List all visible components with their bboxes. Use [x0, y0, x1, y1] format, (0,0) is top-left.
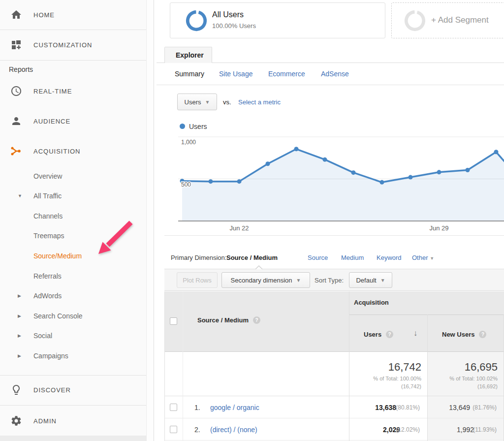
sidebar-item-discover[interactable]: DISCOVER — [0, 381, 146, 398]
sidebar-item-label: HOME — [33, 11, 55, 19]
sidebar-item-realtime[interactable]: REAL-TIME — [0, 83, 146, 99]
caret-down-icon: ▼ — [205, 99, 210, 105]
secondary-dimension-dropdown[interactable]: Secondary dimension ▼ — [221, 272, 310, 288]
sidebar-item-home[interactable]: HOME — [0, 6, 146, 23]
totals-new-users: 16,695 — [465, 361, 498, 374]
primary-dimension-active[interactable]: Source / Medium — [226, 254, 278, 261]
sidebar-item-all-traffic[interactable]: ▼ All Traffic — [0, 190, 146, 202]
legend-label: Users — [189, 123, 207, 130]
table-row: 2. (direct) / (none) 2,029 (12.02%) 1,99… — [165, 418, 504, 441]
person-icon — [10, 115, 22, 127]
sidebar-item-overview[interactable]: Overview — [0, 170, 146, 182]
sidebar-item-label: DISCOVER — [33, 386, 71, 394]
vs-label: vs. — [223, 98, 231, 106]
select-all-checkbox[interactable] — [170, 317, 177, 325]
row-checkbox[interactable] — [170, 426, 177, 433]
divider — [157, 85, 504, 85]
subtab-ecommerce[interactable]: Ecommerce — [268, 70, 305, 78]
analytics-screen: HOME CUSTOMIZATION Reports REAL-TIME AUD… — [0, 0, 504, 441]
sidebar-item-admin[interactable]: ADMIN — [0, 412, 146, 429]
segment-donut-icon — [185, 9, 208, 32]
sidebar-item-label: REAL-TIME — [33, 88, 72, 95]
reports-section-label: Reports — [9, 65, 33, 73]
sidebar-item-search-console[interactable]: ▶ Search Console — [0, 310, 146, 322]
subtab-adsense[interactable]: AdSense — [321, 70, 349, 78]
sidebar-item-social[interactable]: ▶ Social — [0, 330, 146, 342]
caret-right-icon: ▶ — [18, 290, 21, 302]
primary-dimension-medium[interactable]: Medium — [341, 254, 364, 261]
caret-right-icon: ▶ — [18, 330, 21, 342]
row-checkbox[interactable] — [170, 404, 177, 411]
divider — [349, 315, 504, 315]
plot-rows-button[interactable]: Plot Rows — [177, 272, 218, 288]
caret-right-icon: ▶ — [18, 310, 21, 322]
sidebar-item-adwords[interactable]: ▶ AdWords — [0, 290, 146, 302]
metric-dropdown[interactable]: Users ▼ — [177, 94, 217, 110]
add-segment-label: + Add Segment — [431, 15, 489, 25]
group-header-acquisition: Acquisition — [354, 299, 389, 306]
segment-donut-empty-icon — [404, 9, 426, 32]
users-line-chart: 1,000500Jun 22Jun 29 — [154, 133, 504, 237]
caret-down-icon: ▼ — [18, 190, 22, 202]
sidebar-item-acquisition[interactable]: ACQUISITION — [0, 143, 146, 159]
divider — [0, 375, 146, 376]
sidebar-item-audience[interactable]: AUDIENCE — [0, 113, 146, 129]
sidebar-item-source-medium[interactable]: Source/Medium — [0, 250, 146, 262]
sidebar-item-label: AUDIENCE — [33, 118, 70, 125]
caret-right-icon: ▶ — [18, 350, 21, 362]
select-metric-link[interactable]: Select a metric — [238, 98, 281, 106]
svg-text:Jun 22: Jun 22 — [229, 224, 249, 232]
table-toolbar: Plot Rows Secondary dimension ▼ Sort Typ… — [164, 269, 504, 291]
help-icon[interactable]: ? — [253, 316, 260, 324]
sidebar-bottom-strip — [0, 436, 146, 441]
column-border — [183, 291, 183, 441]
help-icon[interactable]: ? — [386, 331, 393, 338]
tab-explorer[interactable]: Explorer — [164, 47, 212, 63]
column-header-users[interactable]: Users ? — [364, 331, 393, 338]
source-medium-link[interactable]: google / organic — [210, 404, 259, 411]
sidebar-nav: HOME CUSTOMIZATION Reports REAL-TIME AUD… — [0, 0, 154, 441]
segment-title: All Users — [212, 10, 244, 19]
segment-subtitle: 100.00% Users — [212, 22, 256, 30]
sidebar-item-referrals[interactable]: Referrals — [0, 270, 146, 282]
active-dimension-notch — [256, 266, 262, 269]
svg-text:500: 500 — [181, 181, 191, 188]
sidebar-item-campaigns[interactable]: ▶ Campaigns — [0, 350, 146, 362]
sidebar-scroll-gutter[interactable] — [146, 0, 154, 441]
main-content: All Users 100.00% Users + Add Segment Ex… — [154, 0, 504, 441]
column-border — [427, 315, 428, 441]
sidebar-item-label: ACQUISITION — [33, 148, 81, 155]
column-header-source-medium[interactable]: Source / Medium ? — [197, 316, 260, 324]
sidebar-item-label: CUSTOMIZATION — [33, 41, 92, 49]
sidebar-item-treemaps[interactable]: Treemaps — [0, 230, 146, 242]
sort-type-label: Sort Type: — [315, 277, 344, 284]
gear-icon — [10, 415, 22, 427]
table-totals-row: 16,742 % of Total: 100.00% (16,742) 16,6… — [165, 352, 504, 396]
primary-dimension-label: Primary Dimension: — [171, 254, 226, 261]
primary-dimension-keyword[interactable]: Keyword — [377, 254, 402, 261]
sidebar-item-customization[interactable]: CUSTOMIZATION — [0, 36, 146, 53]
home-icon — [10, 9, 22, 21]
caret-down-icon: ▼ — [430, 256, 434, 261]
add-segment-button[interactable]: + Add Segment — [391, 2, 504, 38]
table-header: Acquisition Source / Medium ? Users ? ↓ … — [165, 291, 504, 352]
svg-text:1,000: 1,000 — [181, 139, 196, 146]
sidebar-item-channels[interactable]: Channels — [0, 210, 146, 222]
primary-dimension-other-dropdown[interactable]: Other ▼ — [412, 254, 434, 261]
sidebar-item-label: ADMIN — [33, 417, 57, 425]
divider — [0, 30, 146, 30]
svg-text:Jun 29: Jun 29 — [429, 224, 448, 232]
sort-type-dropdown[interactable]: Default ▼ — [349, 272, 392, 288]
sort-desc-icon: ↓ — [413, 329, 417, 338]
help-icon[interactable]: ? — [479, 331, 486, 338]
divider — [164, 235, 504, 236]
subtab-summary[interactable]: Summary — [175, 70, 204, 78]
source-medium-link[interactable]: (direct) / (none) — [210, 426, 257, 434]
primary-dimension-source[interactable]: Source — [308, 254, 328, 261]
subtab-site-usage[interactable]: Site Usage — [219, 70, 252, 78]
customization-icon — [10, 39, 22, 51]
column-header-new-users[interactable]: New Users ? — [442, 331, 486, 338]
primary-dimension-row: Primary Dimension: Source / Medium Sourc… — [154, 254, 504, 263]
divider — [0, 60, 146, 61]
segment-card-all-users[interactable]: All Users 100.00% Users — [170, 2, 385, 38]
